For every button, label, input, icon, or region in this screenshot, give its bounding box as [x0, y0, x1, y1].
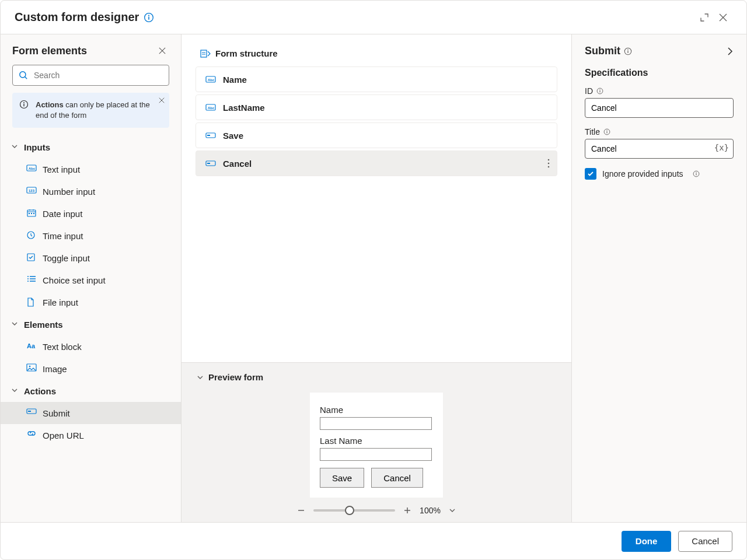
preview-input-lastname[interactable] [320, 448, 432, 461]
category-inputs[interactable]: Inputs [1, 136, 181, 158]
svg-text:Abc: Abc [208, 106, 215, 110]
svg-point-41 [606, 130, 607, 131]
title-field[interactable] [585, 139, 734, 159]
close-sidebar-icon[interactable] [155, 44, 169, 58]
svg-rect-28 [207, 135, 210, 136]
svg-rect-42 [606, 131, 607, 133]
svg-rect-13 [31, 213, 32, 214]
search-input[interactable] [12, 65, 169, 86]
sidebar-item-toggle-input[interactable]: Toggle input [1, 247, 181, 269]
svg-rect-39 [599, 90, 600, 92]
specifications-header: Specifications [585, 68, 734, 78]
zoom-value: 100% [420, 506, 441, 515]
info-icon [19, 100, 29, 109]
info-icon[interactable] [603, 128, 610, 135]
svg-text:123: 123 [29, 189, 35, 192]
structure-icon [200, 49, 211, 58]
sidebar-item-text-input[interactable]: Abc Text input [1, 158, 181, 180]
preview-header[interactable]: Preview form [197, 372, 556, 382]
done-button[interactable]: Done [622, 531, 672, 552]
preview-cancel-button[interactable]: Cancel [371, 468, 423, 488]
svg-point-31 [548, 159, 550, 161]
sidebar-title: Form elements [12, 45, 155, 57]
cancel-button[interactable]: Cancel [678, 531, 732, 552]
category-actions[interactable]: Actions [1, 380, 181, 402]
info-icon[interactable] [624, 47, 632, 55]
zoom-slider[interactable] [313, 509, 395, 512]
structure-row-lastname[interactable]: Abc LastName [196, 94, 557, 120]
svg-rect-6 [23, 104, 24, 107]
svg-point-1 [148, 15, 149, 16]
svg-point-32 [548, 163, 550, 164]
svg-point-3 [20, 72, 26, 78]
file-icon [26, 297, 37, 307]
text-input-icon: Abc [205, 75, 216, 83]
svg-rect-2 [149, 16, 150, 19]
svg-text:Abc: Abc [29, 167, 36, 170]
preview-input-name[interactable] [320, 417, 432, 430]
zoom-out-icon[interactable] [297, 506, 305, 514]
info-icon[interactable] [693, 170, 700, 177]
structure-row-save[interactable]: Save [196, 123, 557, 148]
svg-rect-45 [696, 173, 696, 175]
more-icon[interactable] [547, 159, 550, 168]
svg-text:Aa: Aa [27, 342, 36, 349]
svg-rect-30 [207, 163, 210, 164]
banner-close-icon[interactable] [159, 97, 165, 103]
sidebar-item-number-input[interactable]: 123 Number input [1, 180, 181, 202]
chevron-down-icon [11, 143, 18, 150]
preview-save-button[interactable]: Save [320, 468, 364, 488]
list-icon [26, 275, 37, 283]
clock-icon [26, 230, 37, 240]
svg-point-33 [548, 166, 550, 168]
svg-rect-36 [627, 50, 628, 52]
preview-card: Name Last Name Save Cancel [310, 393, 443, 498]
id-field[interactable] [585, 98, 734, 118]
fx-icon[interactable]: {x} [714, 143, 729, 152]
props-title: Submit [585, 45, 620, 57]
button-icon [26, 408, 37, 415]
checkbox-icon [26, 253, 37, 262]
sidebar-item-date-input[interactable]: Date input [1, 202, 181, 225]
sidebar-item-choice-set-input[interactable]: Choice set input [1, 269, 181, 291]
info-icon[interactable] [596, 88, 603, 94]
svg-rect-12 [29, 213, 30, 214]
number-input-icon: 123 [26, 186, 37, 194]
link-icon [26, 430, 37, 437]
svg-point-5 [23, 102, 25, 103]
chevron-down-icon [11, 387, 18, 394]
id-label: ID [585, 86, 593, 96]
expand-icon[interactable] [695, 8, 714, 27]
svg-point-38 [599, 89, 600, 90]
close-icon[interactable] [714, 8, 732, 27]
sidebar-item-text-block[interactable]: Aa Text block [1, 335, 181, 358]
ignore-inputs-checkbox[interactable] [585, 168, 596, 180]
sidebar-item-time-input[interactable]: Time input [1, 225, 181, 247]
page-title: Custom form designer [15, 10, 139, 24]
category-elements[interactable]: Elements [1, 313, 181, 335]
ignore-inputs-label: Ignore provided inputs [602, 169, 683, 178]
svg-rect-14 [33, 213, 34, 214]
chevron-right-icon[interactable] [727, 46, 734, 57]
sidebar-item-open-url[interactable]: Open URL [1, 424, 181, 446]
search-icon [18, 70, 29, 80]
zoom-in-icon[interactable] [403, 506, 411, 514]
svg-point-44 [696, 172, 696, 173]
text-input-icon: Abc [205, 103, 216, 111]
sidebar-item-file-input[interactable]: File input [1, 291, 181, 313]
chevron-down-icon [11, 320, 18, 327]
chevron-down-icon[interactable] [449, 507, 456, 514]
sidebar-item-submit[interactable]: Submit [1, 402, 181, 424]
structure-row-name[interactable]: Abc Name [196, 66, 557, 92]
info-banner: Actions can only be placed at the end of… [12, 93, 169, 128]
text-input-icon: Abc [26, 164, 37, 172]
svg-text:Abc: Abc [208, 78, 215, 82]
info-icon[interactable] [144, 12, 154, 23]
form-structure-header: Form structure [196, 46, 557, 66]
preview-label-name: Name [320, 405, 433, 415]
text-icon: Aa [26, 341, 37, 349]
svg-rect-22 [201, 50, 207, 57]
svg-rect-16 [27, 254, 34, 261]
sidebar-item-image[interactable]: Image [1, 358, 181, 380]
structure-row-cancel[interactable]: Cancel [196, 150, 557, 176]
